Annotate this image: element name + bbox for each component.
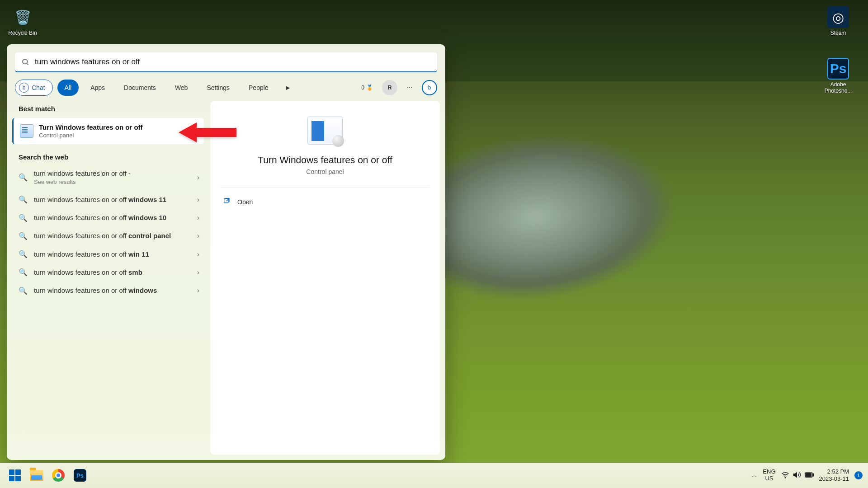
chevron-right-icon: › <box>197 286 199 295</box>
recycle-bin-icon[interactable]: 🗑️ Recycle Bin <box>5 6 40 36</box>
chat-pill[interactable]: b Chat <box>15 80 53 96</box>
photoshop-icon[interactable]: Ps Adobe Photosho... <box>818 58 858 94</box>
search-icon: 🔍 <box>19 232 28 240</box>
chevron-right-icon: › <box>197 196 199 204</box>
medal-icon: 🏅 <box>366 84 373 91</box>
filter-row: b Chat All Apps Documents Web Settings P… <box>15 80 437 96</box>
filter-documents[interactable]: Documents <box>117 80 163 96</box>
web-result[interactable]: 🔍 turn windows features on or off window… <box>12 282 204 300</box>
results-column: Best match Turn Windows features on or o… <box>12 101 204 455</box>
start-button[interactable] <box>5 466 24 485</box>
rewards-badge[interactable]: 0🏅 <box>357 80 377 95</box>
web-result[interactable]: 🔍 turn windows features on or off window… <box>12 209 204 227</box>
svg-rect-8 <box>806 473 811 476</box>
bing-chat-icon: b <box>19 83 29 93</box>
battery-icon <box>805 472 814 479</box>
notification-badge[interactable]: 1 <box>854 471 863 479</box>
filter-people[interactable]: People <box>241 80 276 96</box>
system-tray: ︿ ENG US 2:52 PM 2023-03-11 1 <box>752 468 863 482</box>
web-result[interactable]: 🔍 turn windows features on or off smb › <box>12 263 204 282</box>
open-label: Open <box>237 198 253 206</box>
filter-more-icon[interactable]: ▶ <box>280 80 296 95</box>
taskbar: Ps ︿ ENG US 2:52 PM 2023-03-11 1 <box>0 463 868 488</box>
open-icon <box>223 197 230 206</box>
web-results-list: 🔍 turn windows features on or off - See … <box>12 164 204 300</box>
windows-logo-icon <box>9 469 21 481</box>
web-result[interactable]: 🔍 turn windows features on or off - See … <box>12 164 204 191</box>
svg-marker-5 <box>793 472 797 477</box>
search-icon: 🔍 <box>19 195 28 204</box>
search-input[interactable] <box>35 57 431 66</box>
chevron-right-icon: › <box>197 268 199 277</box>
control-panel-large-icon <box>307 117 343 145</box>
web-result[interactable]: 🔍 turn windows features on or off win 11… <box>12 245 204 263</box>
start-search-panel: b Chat All Apps Documents Web Settings P… <box>7 44 445 460</box>
search-icon: 🔍 <box>19 250 28 258</box>
photoshop-label: Adobe Photosho... <box>818 81 858 94</box>
svg-rect-3 <box>224 199 228 203</box>
clock[interactable]: 2:52 PM 2023-03-11 <box>819 468 849 482</box>
svg-point-4 <box>785 477 786 478</box>
control-panel-icon <box>20 124 33 138</box>
best-match-result[interactable]: Turn Windows features on or off Control … <box>12 118 204 144</box>
search-icon: 🔍 <box>19 214 28 222</box>
chrome-button[interactable] <box>49 466 68 485</box>
svg-line-1 <box>27 63 28 65</box>
quick-settings[interactable] <box>781 471 814 480</box>
wifi-icon <box>781 471 789 480</box>
bing-icon[interactable]: b <box>422 80 437 95</box>
photoshop-taskbar-icon: Ps <box>74 469 86 482</box>
best-match-heading: Best match <box>12 101 204 116</box>
search-icon: 🔍 <box>19 268 28 277</box>
chevron-right-icon: › <box>197 232 199 240</box>
best-match-subtitle: Control panel <box>39 132 143 139</box>
filter-settings[interactable]: Settings <box>199 80 237 96</box>
overflow-icon[interactable]: ⋯ <box>402 80 417 95</box>
svg-rect-7 <box>813 474 814 476</box>
best-match-title: Turn Windows features on or off <box>39 123 143 131</box>
user-avatar[interactable]: R <box>382 80 397 95</box>
web-result[interactable]: 🔍 turn windows features on or off contro… <box>12 227 204 245</box>
language-indicator[interactable]: ENG US <box>763 469 775 482</box>
file-explorer-button[interactable] <box>27 466 46 485</box>
divider <box>220 187 430 188</box>
open-action[interactable]: Open <box>220 193 430 211</box>
steam-label: Steam <box>821 30 855 36</box>
filter-web[interactable]: Web <box>168 80 195 96</box>
chevron-right-icon: › <box>197 214 199 222</box>
search-bar[interactable] <box>15 52 437 72</box>
filter-all[interactable]: All <box>57 80 79 96</box>
photoshop-taskbar-button[interactable]: Ps <box>71 466 90 485</box>
chevron-right-icon: › <box>197 250 199 258</box>
svg-point-0 <box>23 59 28 64</box>
search-web-heading: Search the web <box>12 150 204 164</box>
filter-apps[interactable]: Apps <box>83 80 112 96</box>
web-result[interactable]: 🔍 turn windows features on or off window… <box>12 191 204 209</box>
preview-subtitle: Control panel <box>306 168 344 175</box>
volume-icon <box>793 471 801 480</box>
search-icon <box>21 58 29 66</box>
chrome-icon <box>52 469 65 482</box>
search-icon: 🔍 <box>19 286 28 295</box>
folder-icon <box>30 470 43 481</box>
preview-title: Turn Windows features on or off <box>258 155 392 165</box>
search-icon: 🔍 <box>19 173 28 182</box>
chevron-right-icon: › <box>197 174 199 182</box>
steam-icon[interactable]: ◎ Steam <box>821 6 855 36</box>
recycle-bin-label: Recycle Bin <box>5 30 40 36</box>
result-preview-pane: Turn Windows features on or off Control … <box>210 101 440 455</box>
tray-overflow-icon[interactable]: ︿ <box>752 472 757 479</box>
